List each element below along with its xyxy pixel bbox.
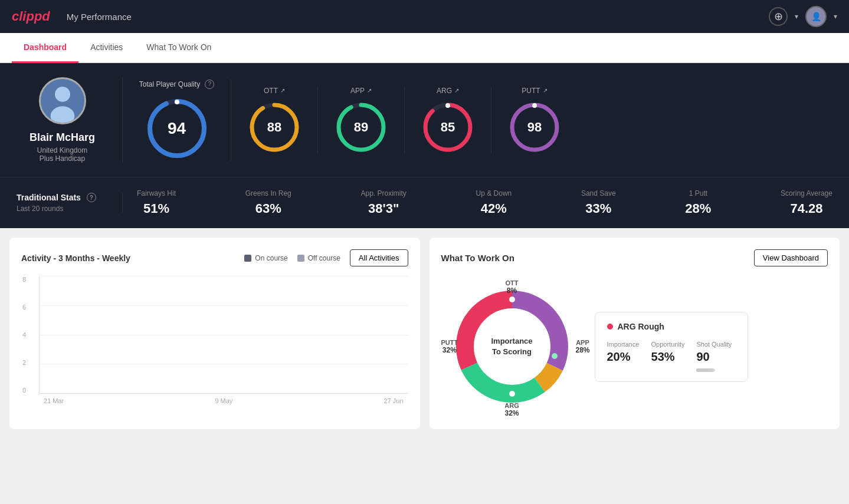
arg-label: ARG ↗ bbox=[437, 87, 459, 95]
all-activities-button[interactable]: All Activities bbox=[350, 249, 408, 266]
donut-center-text: ImportanceTo Scoring bbox=[491, 336, 532, 357]
arg-circle: 85 bbox=[421, 101, 474, 154]
stats-help-icon[interactable]: ? bbox=[87, 193, 96, 202]
ott-circle: 88 bbox=[248, 101, 301, 154]
app-arrow-icon: ↗ bbox=[367, 87, 372, 94]
putt-label: PUTT ↗ bbox=[522, 87, 547, 95]
score-card-arg: ARG ↗ 85 bbox=[405, 87, 491, 154]
stat-up-down: Up & Down 42% bbox=[476, 189, 512, 216]
nav-right: ⊕ ▾ 👤 ▾ bbox=[769, 6, 837, 27]
arg-donut-label: ARG 32% bbox=[504, 402, 519, 417]
total-quality-value: 94 bbox=[168, 119, 186, 138]
y-label-4: 4 bbox=[22, 331, 26, 338]
putt-arrow-icon: ↗ bbox=[543, 87, 548, 94]
view-dashboard-button[interactable]: View Dashboard bbox=[754, 249, 828, 266]
arg-value: 85 bbox=[441, 120, 455, 135]
ott-donut-label: OTT 8% bbox=[506, 279, 519, 295]
on-course-dot bbox=[244, 255, 251, 262]
x-label-mar: 21 Mar bbox=[44, 397, 64, 404]
traditional-stats-label: Traditional Stats ? bbox=[17, 193, 108, 202]
player-country: United Kingdom bbox=[37, 146, 87, 154]
x-label-jun: 27 Jun bbox=[383, 397, 403, 404]
tab-what-to-work-on[interactable]: What To Work On bbox=[135, 33, 223, 63]
activity-chart-panel: Activity - 3 Months - Weekly On course O… bbox=[9, 238, 420, 429]
info-card-title: ARG Rough bbox=[618, 322, 664, 331]
score-card-app: APP ↗ 89 bbox=[318, 87, 405, 154]
logo: clippd My Performance bbox=[12, 9, 132, 24]
top-nav: clippd My Performance ⊕ ▾ 👤 ▾ bbox=[0, 0, 849, 33]
x-label-may: 9 May bbox=[215, 397, 232, 404]
app-label: APP ↗ bbox=[350, 87, 372, 95]
stats-bar: Traditional Stats ? Last 20 rounds Fairw… bbox=[0, 177, 849, 228]
player-avatar bbox=[39, 77, 86, 124]
chart-legend: On course Off course bbox=[244, 254, 340, 262]
work-content: ImportanceTo Scoring OTT 8% PUTT 32% APP… bbox=[441, 276, 828, 417]
player-handicap: Plus Handicap bbox=[40, 154, 85, 163]
score-card-putt: PUTT ↗ 98 bbox=[491, 87, 578, 154]
tab-bar: Dashboard Activities What To Work On bbox=[0, 33, 849, 63]
score-cards: OTT ↗ 88 APP ↗ bbox=[231, 87, 832, 154]
score-card-ott: OTT ↗ 88 bbox=[231, 87, 318, 154]
svg-point-21 bbox=[509, 297, 515, 302]
nav-title: My Performance bbox=[67, 12, 132, 22]
info-card-header: ARG Rough bbox=[607, 322, 736, 331]
bottom-section: Activity - 3 Months - Weekly On course O… bbox=[0, 228, 849, 439]
stats-label-section: Traditional Stats ? Last 20 rounds bbox=[17, 193, 123, 213]
off-course-dot bbox=[297, 255, 304, 262]
y-label-6: 6 bbox=[22, 304, 26, 311]
user-dropdown-arrow: ▾ bbox=[834, 12, 837, 21]
svg-point-23 bbox=[509, 391, 515, 397]
donut-center: ImportanceTo Scoring bbox=[491, 336, 532, 357]
total-quality-label: Total Player Quality ? bbox=[139, 80, 214, 89]
user-avatar[interactable]: 👤 bbox=[805, 6, 827, 27]
chart-title: Activity - 3 Months - Weekly bbox=[21, 253, 130, 263]
arg-rough-info-card: ARG Rough Importance 20% Opportunity 53%… bbox=[595, 312, 748, 382]
stat-1-putt: 1 Putt 28% bbox=[685, 189, 711, 216]
total-quality-circle: 94 bbox=[145, 96, 209, 161]
svg-point-12 bbox=[445, 103, 450, 108]
quality-bar bbox=[696, 368, 715, 372]
legend-off-course: Off course bbox=[297, 254, 340, 262]
putt-circle: 98 bbox=[508, 101, 561, 154]
total-quality: Total Player Quality ? 94 bbox=[137, 80, 231, 161]
stat-fairways-hit: Fairways Hit 51% bbox=[137, 189, 176, 216]
svg-point-22 bbox=[552, 353, 558, 359]
chart-area: 0 2 4 6 8 bbox=[21, 276, 408, 406]
stat-app-proximity: App. Proximity 38'3" bbox=[360, 189, 406, 216]
app-donut-label: APP 28% bbox=[575, 339, 589, 354]
metric-importance: Importance 20% bbox=[607, 341, 640, 372]
add-dropdown-arrow: ▾ bbox=[795, 12, 798, 21]
svg-point-1 bbox=[55, 87, 70, 102]
info-metrics: Importance 20% Opportunity 53% Shot Qual… bbox=[607, 341, 736, 372]
putt-value: 98 bbox=[527, 120, 542, 135]
app-value: 89 bbox=[354, 120, 368, 135]
donut-chart: ImportanceTo Scoring OTT 8% PUTT 32% APP… bbox=[441, 276, 583, 417]
metric-opportunity: Opportunity 53% bbox=[651, 341, 685, 372]
y-label-2: 2 bbox=[22, 359, 26, 366]
tab-dashboard[interactable]: Dashboard bbox=[12, 33, 78, 63]
total-quality-help-icon[interactable]: ? bbox=[205, 80, 214, 89]
player-name: Blair McHarg bbox=[29, 131, 95, 144]
stat-sand-save: Sand Save 33% bbox=[581, 189, 616, 216]
hero-section: Blair McHarg United Kingdom Plus Handica… bbox=[0, 63, 849, 177]
logo-text: clippd bbox=[12, 9, 50, 24]
add-button[interactable]: ⊕ bbox=[769, 7, 788, 26]
y-label-0: 0 bbox=[22, 387, 26, 394]
tab-activities[interactable]: Activities bbox=[78, 33, 135, 63]
stat-scoring-average: Scoring Average 74.28 bbox=[781, 189, 832, 216]
ott-arrow-icon: ↗ bbox=[280, 87, 285, 94]
metric-shot-quality: Shot Quality 90 bbox=[696, 341, 732, 372]
svg-point-15 bbox=[532, 103, 537, 108]
x-axis: 21 Mar 9 May 27 Jun bbox=[39, 394, 408, 404]
app-circle: 89 bbox=[335, 101, 388, 154]
stats-values: Fairways Hit 51% Greens In Reg 63% App. … bbox=[123, 189, 832, 216]
stats-sublabel: Last 20 rounds bbox=[17, 205, 108, 213]
scores-section: Total Player Quality ? 94 OTT ↗ bbox=[123, 80, 832, 161]
y-label-8: 8 bbox=[22, 276, 26, 283]
arg-arrow-icon: ↗ bbox=[454, 87, 459, 94]
legend-on-course: On course bbox=[244, 254, 287, 262]
info-dot bbox=[607, 324, 613, 330]
what-to-work-on-panel: What To Work On View Dashboard bbox=[430, 238, 840, 429]
svg-point-5 bbox=[175, 100, 179, 104]
work-title: What To Work On bbox=[441, 253, 514, 263]
